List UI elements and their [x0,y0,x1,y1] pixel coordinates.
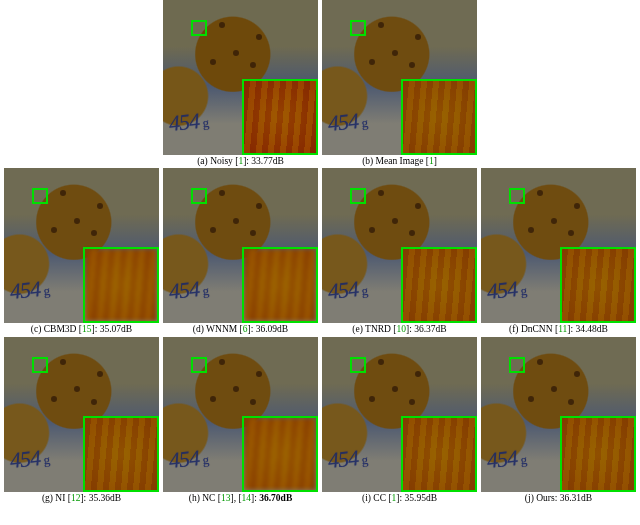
weight-text: 454 g [486,275,527,305]
caption-c: (c) CBM3D [15]: 35.07dB [31,324,132,334]
figure-cell-e: 454 g(e) TNRD [10]: 36.37dB [322,168,477,336]
caption-db: 35.36dB [89,493,121,503]
figure-row: 454 g(c) CBM3D [15]: 35.07dB454 g(d) WNN… [0,168,640,336]
caption-ref: 6 [243,324,248,334]
caption-ref: 1 [429,156,434,166]
caption-method: TNRD [365,324,391,334]
weight-text: 454 g [168,275,209,305]
weight-text: 454 g [168,444,209,474]
caption-j: (j) Ours: 36.31dB [525,493,592,503]
caption-letter: (g) [42,493,53,503]
caption-letter: (d) [193,324,204,334]
figure-cell-f: 454 g(f) DnCNN [11]: 34.48dB [481,168,636,336]
caption-letter: (e) [352,324,363,334]
inset-background [244,81,316,153]
inset-background [85,418,157,490]
caption-h: (h) NC [13], [14]: 36.70dB [189,493,292,503]
caption-db: 36.70dB [259,493,292,503]
roi-box [350,357,366,373]
inset-zoom [401,416,477,492]
figure-cell-c: 454 g(c) CBM3D [15]: 35.07dB [4,168,159,336]
inset-background [85,249,157,321]
weight-text: 454 g [486,444,527,474]
inset-zoom [560,416,636,492]
result-image-h: 454 g [163,337,318,492]
caption-method: Noisy [210,156,233,166]
caption-ref: 15 [82,324,92,334]
roi-box [350,188,366,204]
result-image-f: 454 g [481,168,636,323]
caption-db: 35.07dB [100,324,132,334]
caption-method: DnCNN [521,324,553,334]
figure-cell-i: 454 g(i) CC [1]: 35.95dB [322,337,477,505]
roi-box [509,188,525,204]
caption-method: WNNM [206,324,237,334]
roi-box [350,20,366,36]
inset-zoom [83,416,159,492]
caption-letter: (i) [362,493,371,503]
inset-background [403,418,475,490]
weight-text: 454 g [9,444,50,474]
inset-background [562,418,634,490]
figure-cell-b: 454 g(b) Mean Image [1] [322,0,477,168]
figure-cell-a: 454 g(a) Noisy [1]: 33.77dB [163,0,318,168]
caption-d: (d) WNNM [6]: 36.09dB [193,324,288,334]
caption-letter: (a) [197,156,208,166]
inset-zoom [83,247,159,323]
caption-db: 36.09dB [256,324,288,334]
caption-b: (b) Mean Image [1] [362,156,437,166]
inset-zoom [242,247,318,323]
inset-zoom [401,79,477,155]
caption-ref: 13 [221,493,231,503]
inset-background [244,249,316,321]
caption-letter: (c) [31,324,42,334]
caption-letter: (b) [362,156,373,166]
result-image-a: 454 g [163,0,318,155]
caption-db: 36.31dB [560,493,592,503]
roi-box [509,357,525,373]
inset-background [403,249,475,321]
caption-method: NC [202,493,215,503]
result-image-e: 454 g [322,168,477,323]
caption-method: Mean Image [376,156,424,166]
weight-text: 454 g [327,275,368,305]
caption-letter: (j) [525,493,534,503]
inset-zoom [242,79,318,155]
caption-e: (e) TNRD [10]: 36.37dB [352,324,446,334]
caption-letter: (h) [189,493,200,503]
result-image-i: 454 g [322,337,477,492]
inset-background [562,249,634,321]
caption-ref: 1 [392,493,397,503]
figure-cell-h: 454 g(h) NC [13], [14]: 36.70dB [163,337,318,505]
caption-g: (g) NI [12]: 35.36dB [42,493,121,503]
caption-db: 36.37dB [414,324,446,334]
caption-method: CBM3D [44,324,77,334]
caption-db: 35.95dB [405,493,437,503]
inset-zoom [560,247,636,323]
weight-text: 454 g [168,107,209,137]
caption-f: (f) DnCNN [11]: 34.48dB [509,324,608,334]
caption-ref: 11 [558,324,567,334]
caption-ref: 10 [397,324,407,334]
caption-ref: 1 [238,156,243,166]
roi-box [32,357,48,373]
result-image-c: 454 g [4,168,159,323]
result-image-b: 454 g [322,0,477,155]
caption-db: 33.77dB [251,156,283,166]
caption-db: 34.48dB [575,324,607,334]
caption-method: NI [55,493,65,503]
caption-a: (a) Noisy [1]: 33.77dB [197,156,284,166]
figure-cell-g: 454 g(g) NI [12]: 35.36dB [4,337,159,505]
caption-method: Ours [536,493,554,503]
roi-box [191,20,207,36]
caption-method: CC [373,493,386,503]
weight-text: 454 g [327,107,368,137]
figure-row: 454 g(a) Noisy [1]: 33.77dB454 g(b) Mean… [0,0,640,168]
caption-ref: 12 [71,493,81,503]
caption-ref: 14 [242,493,252,503]
result-image-g: 454 g [4,337,159,492]
result-image-j: 454 g [481,337,636,492]
inset-zoom [242,416,318,492]
figure-cell-d: 454 g(d) WNNM [6]: 36.09dB [163,168,318,336]
result-image-d: 454 g [163,168,318,323]
